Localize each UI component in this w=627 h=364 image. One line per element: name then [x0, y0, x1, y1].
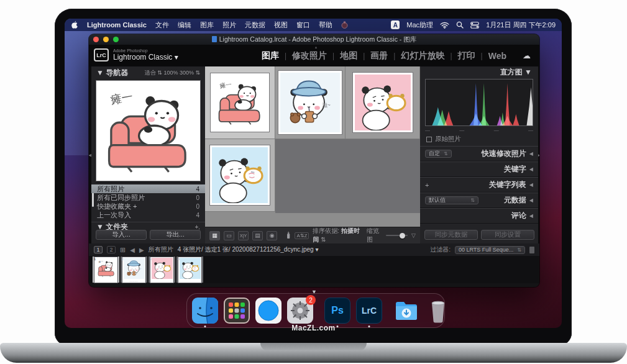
dock-safari-icon[interactable]: [255, 298, 281, 324]
module-picker: 图库| 修改照片| 地图| 画册| 幻灯片放映| 打印| Web: [256, 45, 512, 66]
grid-cell-1[interactable]: [205, 66, 275, 139]
filmstrip-thumb-3[interactable]: 3: [149, 257, 175, 283]
module-slideshow[interactable]: 幻灯片放映: [395, 50, 450, 61]
dock-trash-icon[interactable]: [425, 298, 451, 324]
stage: Lightroom Classic 文件 编辑 图库 照片 元数据 视图 窗口 …: [0, 0, 627, 364]
apple-logo-icon[interactable]: [71, 20, 78, 29]
toolbar-options-chevron[interactable]: ▽: [411, 232, 416, 239]
section-keywording[interactable]: 关键字◀: [420, 162, 538, 177]
nav-zoom-300[interactable]: 300%: [180, 70, 194, 76]
menu-window[interactable]: 窗口: [296, 20, 310, 30]
lrc-logo: LrC: [94, 48, 109, 61]
menu-app-name[interactable]: Lightroom Classic: [87, 21, 147, 29]
grid-toolbar: ▦ ▭ X|Y ▤ ◉ A⇅Z 排序依据: 拍摄时间 ⇅ 缩览图 ▽: [205, 227, 420, 243]
bezel-brand-text: MacZL.com: [0, 324, 627, 332]
menu-library[interactable]: 图库: [200, 20, 214, 30]
import-button[interactable]: 导入...: [96, 230, 147, 240]
dock-lightroom-icon[interactable]: LrC: [356, 298, 382, 324]
filmstrip-source[interactable]: 所有照片: [149, 245, 173, 254]
filmstrip-filter-switch-icon[interactable]: [529, 247, 534, 253]
dock-photoshop-icon[interactable]: Ps: [324, 298, 350, 324]
histogram-header[interactable]: 直方图 ▼: [500, 67, 532, 78]
grid-shortcut-icon[interactable]: ⊞: [120, 246, 126, 254]
histogram-box[interactable]: [425, 79, 533, 126]
menu-photo[interactable]: 照片: [222, 20, 236, 30]
filmstrip-thumb-4[interactable]: 4: [176, 257, 203, 283]
sync-cloud-icon[interactable]: ☁: [523, 51, 531, 60]
right-panel-edge[interactable]: ▶: [538, 66, 539, 243]
menu-help[interactable]: 帮助: [319, 20, 332, 30]
menu-file[interactable]: 文件: [155, 20, 169, 30]
monitor-1-button[interactable]: 1: [94, 246, 103, 253]
section-keyword-list[interactable]: + 关键字列表◀: [420, 177, 538, 193]
original-photo-checkbox[interactable]: [426, 137, 432, 142]
input-source-icon[interactable]: A: [391, 20, 400, 29]
sort-direction-icon[interactable]: A⇅Z: [295, 232, 309, 239]
dock-finder-icon[interactable]: [192, 298, 218, 324]
compare-view-icon[interactable]: X|Y: [238, 231, 249, 240]
navigator-header[interactable]: ▼ 导航器: [96, 68, 128, 78]
module-map[interactable]: 地图: [334, 50, 363, 61]
dock-settings-icon[interactable]: 2: [287, 298, 313, 324]
wifi-icon[interactable]: [440, 22, 449, 29]
grid-view-icon[interactable]: ▦: [209, 231, 220, 240]
loupe-view-icon[interactable]: ▭: [224, 231, 234, 240]
survey-view-icon[interactable]: ▤: [252, 231, 263, 240]
catalog-row-synced[interactable]: 所有已同步照片0: [91, 193, 205, 202]
control-center-icon[interactable]: [470, 22, 479, 29]
dock-downloads-icon[interactable]: [393, 298, 419, 324]
module-develop[interactable]: 修改照片: [286, 50, 332, 61]
metadata-preset-dropdown[interactable]: 默认值⇅: [425, 196, 478, 204]
settings-badge: 2: [306, 295, 316, 305]
close-button[interactable]: [93, 37, 99, 42]
brand-line2[interactable]: Lightroom Classic ▾: [113, 53, 178, 61]
search-icon[interactable]: [456, 21, 464, 29]
histogram-svg: [426, 80, 533, 125]
zoom-button[interactable]: [113, 37, 119, 42]
module-web[interactable]: Web: [483, 51, 512, 61]
menu-extra-status-icon[interactable]: [341, 21, 348, 29]
monitor-2-button[interactable]: 2: [107, 246, 116, 253]
forward-arrow-icon[interactable]: ▶: [139, 247, 144, 253]
module-print[interactable]: 打印: [452, 50, 481, 61]
dock-launchpad-icon[interactable]: [224, 298, 250, 324]
navigator-preview[interactable]: [96, 80, 201, 181]
filmstrip-filter-preset[interactable]: 00 LRTS Full Seque...⇅: [455, 246, 525, 254]
section-comments[interactable]: 评论◀: [420, 208, 538, 224]
navigator-photo: [99, 83, 198, 178]
section-metadata[interactable]: 默认值⇅ 元数据◀: [420, 193, 538, 208]
quick-develop-preset-dropdown[interactable]: 自定⇅: [425, 150, 452, 158]
original-photo-row[interactable]: 原始照片: [426, 135, 461, 143]
painter-spray-icon[interactable]: [286, 230, 291, 240]
photo-4-mirror-panda-blue: [212, 147, 268, 203]
window-titlebar[interactable]: Lightroom Catalog.lrcat - Adobe Photosho…: [89, 34, 539, 45]
keyword-add-plus[interactable]: +: [425, 181, 429, 189]
nav-zoom-fit[interactable]: 适合: [145, 70, 156, 76]
menu-edit[interactable]: 编辑: [178, 20, 191, 30]
section-quick-develop[interactable]: 自定⇅ 快速修改照片◀: [420, 146, 538, 162]
grid-cell-4[interactable]: [205, 139, 275, 212]
sync-metadata-button[interactable]: 同步元数据: [424, 230, 478, 240]
thumb-size-slider[interactable]: [386, 235, 408, 236]
grid-cell-2[interactable]: [275, 66, 346, 139]
menu-view[interactable]: 视图: [274, 20, 288, 30]
people-view-icon[interactable]: ◉: [267, 231, 277, 240]
module-library[interactable]: 图库: [256, 50, 285, 61]
minimize-button[interactable]: [103, 37, 109, 42]
back-arrow-icon[interactable]: ◀: [130, 247, 135, 253]
menu-metadata[interactable]: 元数据: [245, 20, 265, 30]
assistant-status[interactable]: Mac助理: [406, 20, 433, 30]
filmstrip-status-text[interactable]: 4 张照片/ 选定1 张/ 20200827121256_dcync.jpeg …: [178, 245, 319, 254]
module-book[interactable]: 画册: [365, 50, 393, 61]
export-button[interactable]: 导出...: [150, 230, 201, 240]
nav-zoom-100[interactable]: 100%: [163, 70, 178, 76]
clock[interactable]: 1月21日 周四 下午2:09: [486, 20, 556, 30]
catalog-row-quick-collection[interactable]: 快捷收藏夹 +0: [91, 202, 205, 211]
grid-cell-3[interactable]: [346, 66, 420, 139]
filmstrip-thumb-2[interactable]: 2 •••••: [121, 257, 147, 283]
catalog-row-previous-import[interactable]: 上一次导入4: [91, 211, 205, 219]
filmstrip-thumb-1[interactable]: 1: [93, 257, 119, 283]
catalog-row-all-photos[interactable]: 所有照片4: [91, 184, 205, 193]
menu-bar: Lightroom Classic 文件 编辑 图库 照片 元数据 视图 窗口 …: [65, 19, 562, 31]
sync-settings-button[interactable]: 同步设置: [481, 230, 534, 240]
